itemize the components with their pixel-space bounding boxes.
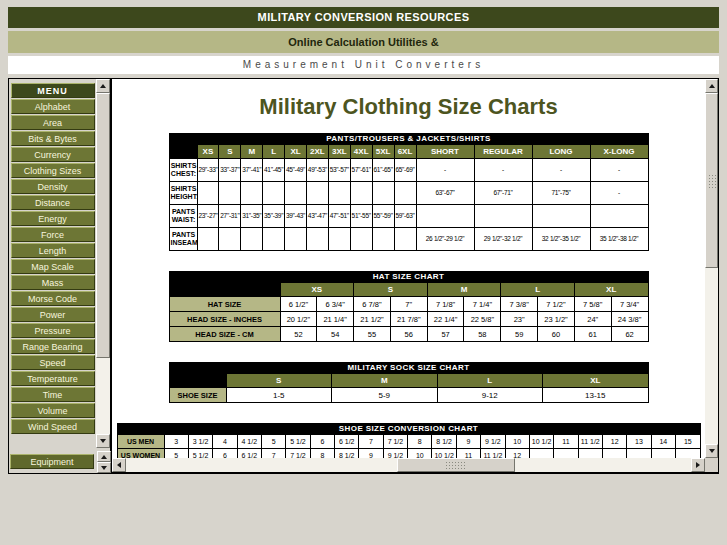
table-cell: 21 7/8" (390, 312, 427, 327)
content-vscroll-track[interactable] (705, 93, 718, 444)
table-cell (416, 205, 474, 228)
table-cell: 62 (611, 327, 648, 342)
sidebar-item-distance[interactable]: Distance (11, 195, 95, 210)
sidebar-item-map-scale[interactable]: Map Scale (11, 259, 95, 274)
sidebar-item-wind-speed[interactable]: Wind Speed (11, 419, 95, 434)
content-scroll-up-button[interactable] (705, 79, 718, 93)
table-cell: 10 1/2 (432, 449, 456, 459)
column-header: L (437, 374, 543, 388)
table-cell: 61"-65" (372, 159, 394, 182)
table-cell: 23 1/2" (538, 312, 575, 327)
table-cell: 21 1/4" (317, 312, 354, 327)
table-cell: 3 (164, 435, 188, 449)
sidebar-item-bits-bytes[interactable]: Bits & Bytes (11, 131, 95, 146)
table-cell: 55 (354, 327, 391, 342)
table-cell: 11 1/2 (481, 449, 505, 459)
table-cell: 9 (456, 435, 480, 449)
sidebar-scroll-down-button[interactable] (96, 434, 110, 448)
table-cell: 49"-53" (306, 159, 328, 182)
sidebar-item-force[interactable]: Force (11, 227, 95, 242)
table-cell (350, 182, 372, 205)
table-cell: 22 5/8" (464, 312, 501, 327)
sidebar-item-area[interactable]: Area (11, 115, 95, 130)
table-cell: 8 (310, 449, 334, 459)
content-vscroll-thumb[interactable] (705, 93, 718, 268)
table-cell: 32 1/2"-35 1/2" (532, 228, 590, 251)
table-cell: 13-15 (543, 388, 649, 403)
table-cell: 45"-49" (285, 159, 307, 182)
table-cell: 15 (676, 435, 700, 449)
sidebar-item-morse-code[interactable]: Morse Code (11, 291, 95, 306)
sidebar-item-power[interactable]: Power (11, 307, 95, 322)
table-cell: 12 (602, 435, 626, 449)
sidebar-scroll-thumb[interactable] (96, 93, 110, 358)
bottom-scroll-down-button[interactable] (97, 462, 111, 473)
table-cell: 71"-75" (532, 182, 590, 205)
column-header: M (427, 283, 501, 297)
sidebar-items: AlphabetAreaBits & BytesCurrencyClothing… (9, 99, 96, 434)
table-cell: 52 (280, 327, 317, 342)
sidebar-item-time[interactable]: Time (11, 387, 95, 402)
sidebar-item-energy[interactable]: Energy (11, 211, 95, 226)
up-arrow-icon (100, 84, 106, 88)
table-cell: 29"-33" (197, 159, 219, 182)
table-cell: 7 3/8" (501, 297, 538, 312)
sidebar-item-currency[interactable]: Currency (11, 147, 95, 162)
sidebar-item-density[interactable]: Density (11, 179, 95, 194)
content-horizontal-scrollbar[interactable] (112, 458, 705, 472)
table-cell: 9-12 (437, 388, 543, 403)
column-header: REGULAR (474, 145, 532, 159)
sidebar-item-volume[interactable]: Volume (11, 403, 95, 418)
sidebar-item-pressure[interactable]: Pressure (11, 323, 95, 338)
table-cell: 7 1/2 (383, 435, 407, 449)
table-cell (306, 228, 328, 251)
column-header: L (501, 283, 575, 297)
table-cell: 61 (574, 327, 611, 342)
table-cell: 58 (464, 327, 501, 342)
content-hscroll-thumb[interactable] (397, 458, 515, 472)
bottom-scroll-up-button[interactable] (97, 451, 111, 462)
column-header: 4XL (350, 145, 372, 159)
table-cell (602, 449, 626, 459)
table-cell (350, 228, 372, 251)
thumb-grip-icon (708, 174, 716, 188)
sidebar-item-range-bearing[interactable]: Range Bearing (11, 339, 95, 354)
sidebar-scroll-track[interactable] (96, 93, 110, 434)
content-scroll-down-button[interactable] (705, 444, 718, 458)
table-cell: 60 (538, 327, 575, 342)
corner-cell (169, 283, 280, 297)
sidebar-item-length[interactable]: Length (11, 243, 95, 258)
table-cell: 53"-57" (328, 159, 350, 182)
table-cell: 1-5 (226, 388, 332, 403)
sock-chart-table: SMLXLSHOE SIZE1-55-99-1213-15 (169, 373, 649, 403)
sidebar-item-temperature[interactable]: Temperature (11, 371, 95, 386)
table-cell: 22 1/4" (427, 312, 464, 327)
table-cell: 10 (408, 449, 432, 459)
content-scroll-left-button[interactable] (112, 458, 126, 472)
table-cell: 6 1/2 (237, 449, 261, 459)
sidebar-item-alphabet[interactable]: Alphabet (11, 99, 95, 114)
table-cell: 10 1/2 (529, 435, 553, 449)
sidebar-item-equipment[interactable]: Equipment (10, 454, 94, 469)
shoe-size-conversion-chart: SHOE SIZE CONVERSION CHART US MEN33 1/24… (117, 423, 701, 458)
table-cell: 37"-41" (241, 159, 263, 182)
pants-jackets-size-chart: PANTS/TROUSERS & JACKETS/SHIRTS XSSMLXL2… (169, 133, 649, 251)
row-label: US MEN (117, 435, 164, 449)
table-cell: - (590, 182, 648, 205)
sidebar-item-speed[interactable]: Speed (11, 355, 95, 370)
table-cell: 7 1/2 (286, 449, 310, 459)
table-cell: 7 (261, 449, 285, 459)
sidebar-menu: MENU AlphabetAreaBits & BytesCurrencyClo… (9, 79, 96, 448)
table-cell: 5 1/2 (188, 449, 212, 459)
sidebar-item-mass[interactable]: Mass (11, 275, 95, 290)
table-cell: 57"-61" (350, 159, 372, 182)
table-cell: 6 1/2" (280, 297, 317, 312)
sidebar-item-clothing-sizes[interactable]: Clothing Sizes (11, 163, 95, 178)
table-cell (554, 449, 578, 459)
table-cell: 7 1/8" (427, 297, 464, 312)
table-cell: 9 (359, 449, 383, 459)
table-cell (263, 182, 285, 205)
sidebar-scroll-up-button[interactable] (96, 79, 110, 93)
table-cell (263, 228, 285, 251)
content-scroll-right-button[interactable] (691, 458, 705, 472)
